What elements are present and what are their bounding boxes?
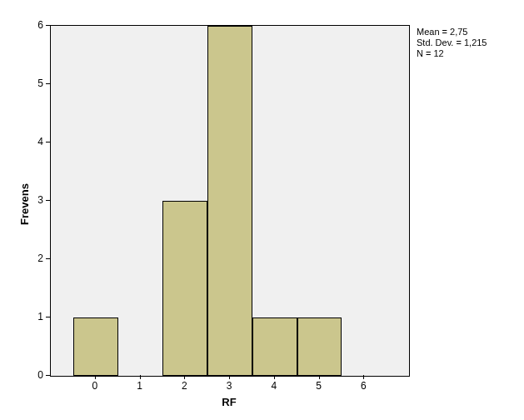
y-tick: [46, 258, 50, 259]
x-tick-label: 1: [132, 380, 148, 392]
y-tick-label: 1: [27, 311, 43, 322]
y-axis-title: Frevens: [18, 183, 31, 225]
y-tick-label: 0: [27, 369, 43, 381]
x-tick-label: 2: [176, 380, 192, 392]
y-tick-label: 5: [27, 78, 43, 89]
x-tick: [274, 375, 275, 379]
x-tick-label: 3: [221, 380, 237, 392]
bar: [207, 26, 252, 376]
x-tick-label: 4: [266, 380, 282, 392]
x-tick-label: 0: [87, 380, 103, 392]
bar: [297, 318, 342, 376]
bar: [73, 318, 118, 376]
y-tick: [46, 317, 50, 318]
y-tick: [46, 142, 50, 142]
x-tick: [140, 375, 141, 379]
y-tick-label: 4: [27, 136, 43, 148]
y-tick: [46, 83, 50, 84]
x-tick: [95, 375, 96, 379]
y-tick: [46, 200, 50, 201]
x-tick: [184, 375, 185, 379]
x-axis-title: RF: [50, 396, 408, 408]
y-tick-label: 6: [27, 19, 43, 31]
x-tick: [319, 375, 320, 379]
y-tick-label: 2: [27, 252, 43, 264]
stat-std: Std. Dev. = 1,215: [417, 38, 487, 48]
y-tick: [46, 375, 50, 376]
bar: [252, 318, 297, 376]
stat-mean: Mean = 2,75: [417, 27, 487, 38]
x-tick-label: 5: [311, 380, 327, 392]
y-tick: [46, 25, 50, 26]
stats-box: Mean = 2,75 Std. Dev. = 1,215 N = 12: [417, 27, 487, 60]
x-tick: [363, 375, 364, 379]
x-tick-label: 6: [355, 380, 372, 392]
chart-wrapper: 0123456 0123456 Frevens RF Mean = 2,75 S…: [0, 0, 524, 420]
x-tick: [229, 375, 230, 379]
bar: [162, 201, 207, 376]
stat-n: N = 12: [417, 48, 487, 59]
plot-area: [50, 25, 410, 377]
